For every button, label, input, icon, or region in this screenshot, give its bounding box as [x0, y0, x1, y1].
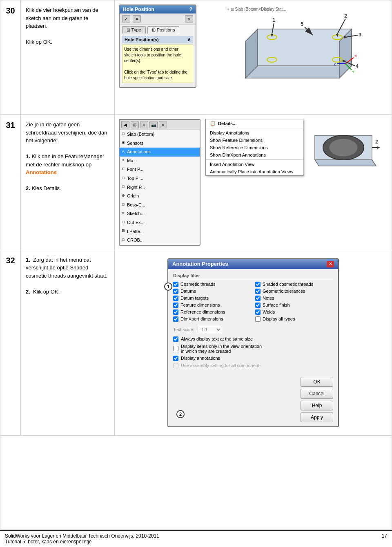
fm-prop-icon[interactable]: ≡ [140, 121, 148, 128]
info-box-30: Use the dimensions and other sketch tool… [122, 45, 193, 83]
fm-annotations-icon: A [121, 149, 126, 154]
checkbox-feature-dim: Feature dimensions [173, 303, 251, 308]
fm-right-icon: □ [121, 184, 126, 189]
ref-dim-check[interactable] [173, 309, 178, 315]
checkbox-welds: Welds [255, 309, 333, 315]
cm-show-feature-dim[interactable]: Show Feature Dimensions [206, 137, 303, 144]
expand-icon[interactable]: » [185, 15, 193, 22]
cosmetic-threads-check[interactable] [173, 282, 178, 287]
checkbox-ref-dim: Reference dimensions [173, 309, 251, 315]
tab-type[interactable]: ⊡ Type [122, 26, 146, 34]
fm-item-top: □ Top Pl... [120, 174, 200, 183]
fm-item-origin: ⊕ Origin [120, 192, 200, 201]
cm-display-annotations[interactable]: Display Annotations [206, 129, 303, 137]
feature-dim-check[interactable] [173, 303, 178, 308]
svg-text:2: 2 [344, 13, 347, 19]
fm-font-icon: F [121, 166, 126, 171]
fm-item-ma: ≡ Ma... [120, 157, 200, 166]
footer-page-number: 17 [382, 533, 387, 545]
checkbox-grid: Cosmetic threads Shaded cosmetic threads… [173, 282, 333, 322]
dialog-tabs: ⊡ Type ⊞ Positions [120, 25, 196, 34]
text-scale-row: Text scale: 1:1 [173, 326, 333, 333]
cm-details[interactable]: 📋 Details... [206, 119, 303, 127]
cm-details-icon: 📋 [210, 121, 216, 126]
surface-finish-check[interactable] [255, 303, 261, 308]
fm-item-boss: □ Boss-E... [120, 201, 200, 210]
ok-icon[interactable]: ✓ [122, 15, 130, 22]
row-text-32: 1. Zorg dat in het menu dat verschijnt d… [21, 250, 115, 435]
cm-show-dimxpert[interactable]: Show DimXpert Annotations [206, 151, 303, 159]
apply-button-32[interactable]: Apply [301, 412, 333, 422]
cm-auto-place[interactable]: Automatically Place into Annotation View… [206, 168, 303, 175]
svg-text:5: 5 [301, 21, 303, 27]
datum-targets-check[interactable] [173, 296, 178, 301]
display-in-view-check[interactable] [173, 346, 178, 351]
display-all-check[interactable] [255, 316, 261, 322]
svg-text:2: 2 [375, 139, 378, 145]
help-button-32[interactable]: Help [301, 401, 333, 410]
fm-boss-icon: □ [121, 202, 126, 207]
checkbox-datum-targets: Datum targets [173, 296, 251, 301]
shaded-cosmetic-check[interactable] [255, 282, 261, 287]
annotation-properties-dialog: Annotation Properties ✕ Display filter 1 [167, 258, 339, 427]
svg-text:X: X [354, 54, 357, 58]
welds-check[interactable] [255, 309, 261, 315]
fm-item-lpatte: ⊞ LPatte... [120, 227, 200, 236]
ann-buttons-column: OK Cancel Help Apply [301, 377, 333, 422]
cancel-button-32[interactable]: Cancel [301, 389, 333, 399]
row-image-30: Hole Position ? ✓ ✕ » ⊡ Type [115, 0, 392, 114]
fm-item-annotations[interactable]: A Annotations [120, 148, 200, 157]
fm-cam-icon[interactable]: 📷 [149, 121, 158, 128]
tree-label: + ⊡ Slab (Bottom<Display Stat... [227, 7, 286, 11]
svg-text:1: 1 [272, 17, 275, 23]
checkbox-notes: Notes [255, 296, 333, 301]
annotation-dialog-area: Annotation Properties ✕ Display filter 1 [163, 254, 343, 431]
fm-feat-icon[interactable]: ⊞ [131, 121, 139, 128]
checkbox-datums: Datums [173, 289, 251, 294]
checkbox-geo-tol: Geometric tolerances [255, 289, 333, 294]
hole-dialog-area: Hole Position ? ✓ ✕ » ⊡ Type [119, 4, 388, 103]
row-number-30: 30 [0, 0, 21, 114]
geo-tol-check[interactable] [255, 289, 261, 294]
svg-text:4: 4 [356, 63, 359, 69]
fm-lpatte-icon: ⊞ [121, 229, 126, 233]
fm-slab-icon: □ [121, 131, 126, 136]
row-image-32: Annotation Properties ✕ Display filter 1 [115, 250, 392, 435]
feature-manager-panel: ◀ ⊞ ≡ 📷 » □ Slab (Bottom) ◉ Sensors [119, 119, 200, 246]
cancel-icon[interactable]: ✕ [133, 15, 141, 22]
ok-button-32[interactable]: OK [301, 377, 333, 387]
dimxpert-dim-check[interactable] [173, 316, 178, 322]
fm-back-icon[interactable]: ◀ [121, 121, 129, 128]
ann-close-button[interactable]: ✕ [327, 261, 334, 267]
svg-marker-30 [315, 160, 376, 166]
row-text-31: Zie je in de gaten geen schroefdraad ver… [21, 115, 115, 250]
row-number-32: 32 [0, 250, 21, 435]
svg-text:Y: Y [352, 70, 354, 74]
tab-positions[interactable]: ⊞ Positions [147, 26, 180, 34]
fm-item-slab: □ Slab (Bottom) [120, 130, 200, 139]
row-32: 32 1. Zorg dat in het menu dat verschijn… [0, 250, 392, 436]
display-annotations-check[interactable] [173, 356, 178, 361]
fm-item-sensors: ◉ Sensors [120, 139, 200, 148]
fm-sensors-icon: ◉ [121, 140, 126, 145]
cm-insert-ann-view[interactable]: Insert Annotation View [206, 161, 303, 168]
footer-left: SolidWorks voor Lager en Middelbaar Tech… [5, 533, 159, 545]
fm-item-crob: □ CROB... [120, 236, 200, 245]
cm-show-ref-dim[interactable]: Show Reference Dimensions [206, 144, 303, 151]
svg-text:3: 3 [359, 31, 361, 38]
page-footer: SolidWorks voor Lager en Middelbaar Tech… [0, 530, 392, 547]
checkboxes-area: 1 Cosmetic threads Shaded cosmetic threa… [173, 282, 333, 322]
checkbox-cosmetic-threads: Cosmetic threads [173, 282, 251, 287]
use-assembly-check[interactable] [173, 363, 178, 368]
fm-top-icon: □ [121, 175, 126, 180]
fm-expand-icon[interactable]: » [159, 121, 167, 128]
text-scale-select[interactable]: 1:1 [198, 326, 222, 333]
notes-check[interactable] [255, 296, 261, 301]
svg-marker-34 [377, 146, 380, 149]
always-display-text-check[interactable] [173, 336, 178, 342]
fm-item-font: F Font P... [120, 165, 200, 174]
hole-position-dialog: Hole Position ? ✓ ✕ » ⊡ Type [119, 4, 196, 88]
row-number-31: 31 [0, 115, 21, 250]
main-content: 30 Klik de vier hoekpunten van de sketch… [0, 0, 392, 530]
datums-check[interactable] [173, 289, 178, 294]
